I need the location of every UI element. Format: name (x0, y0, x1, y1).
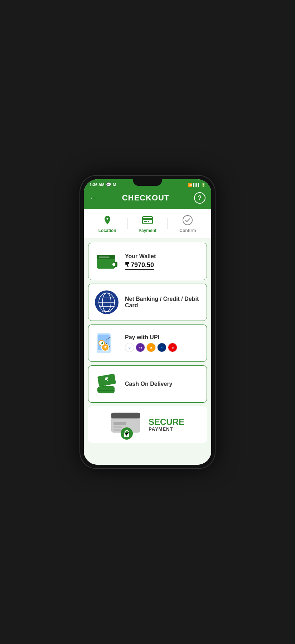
payment-label: PAYMENT (149, 426, 184, 432)
wallet-info: Your Wallet ₹ 7970.50 (125, 253, 201, 270)
wallet-amount: ₹ 7970.50 (125, 261, 154, 270)
cod-info: Cash On Delivery (125, 381, 201, 387)
checkout-header: ← CHECKOUT ? (84, 189, 211, 209)
svg-rect-29 (113, 422, 126, 425)
payment-step-label: Payment (139, 228, 156, 233)
battery-icon: 🔋 (201, 183, 205, 187)
confirm-step-label: Confirm (179, 228, 196, 233)
svg-rect-3 (148, 221, 149, 222)
svg-rect-0 (142, 217, 153, 224)
status-left: 1:36 AM 💬 M (90, 182, 116, 187)
step-payment[interactable]: Payment (127, 214, 167, 233)
amazon-logo: a (146, 343, 156, 352)
svg-rect-7 (99, 257, 110, 258)
netbanking-name: Net Banking / Credit / Debit Card (125, 296, 201, 309)
wallet-payment-option[interactable]: Your Wallet ₹ 7970.50 (88, 243, 207, 280)
svg-point-4 (183, 216, 192, 225)
steps-bar: Location Payment (84, 209, 211, 238)
svg-rect-1 (142, 218, 153, 220)
svg-text:₹: ₹ (104, 345, 107, 350)
paytm-logo: P (157, 343, 166, 352)
help-button[interactable]: ? (194, 192, 205, 204)
upi-logo-row: G Pe a P 🎯 (125, 343, 201, 352)
gpay-logo: G (125, 343, 134, 352)
upi-info: Pay with UPI G Pe a P 🎯 (125, 334, 201, 352)
netbanking-info: Net Banking / Credit / Debit Card (125, 296, 201, 309)
step-location[interactable]: Location (87, 214, 127, 233)
upi-name: Pay with UPI (125, 334, 201, 341)
confirm-step-icon (181, 214, 194, 227)
phone-shell: 1:36 AM 💬 M 📶 ▌▌▌ 🔋 ← CHECKOUT ? (79, 175, 216, 469)
svg-text:Gateway: Gateway (103, 313, 110, 314)
netbanking-icon-container: Payment Gateway (94, 290, 119, 315)
secure-text: SECURE PAYMENT (149, 418, 184, 432)
secure-card-graphic (111, 412, 143, 437)
cod-name: Cash On Delivery (125, 381, 201, 387)
netbanking-payment-option[interactable]: Payment Gateway Net Banking / Credit / D… (88, 284, 207, 321)
signal-icon: ▌▌▌ (193, 183, 200, 186)
status-right: 📶 ▌▌▌ 🔋 (188, 183, 205, 187)
airtel-logo: 🎯 (168, 343, 177, 352)
wifi-icon: 📶 (188, 183, 192, 187)
upi-payment-option[interactable]: ₹ Pay with UPI G Pe a P 🎯 (88, 325, 207, 362)
wallet-icon-container (94, 249, 119, 274)
location-step-label: Location (98, 228, 116, 233)
step-confirm[interactable]: Confirm (168, 214, 208, 233)
secure-payment-section: SECURE PAYMENT (88, 406, 207, 443)
svg-rect-28 (111, 413, 140, 418)
lock-icon (120, 427, 133, 441)
time-display: 1:36 AM (90, 183, 105, 187)
back-button[interactable]: ← (90, 193, 97, 203)
notch (133, 179, 162, 186)
phonepe-logo: Pe (136, 343, 145, 352)
secure-label: SECURE (149, 418, 184, 426)
chat-icon: 💬 (106, 182, 111, 187)
cod-payment-option[interactable]: ₹ Cash On Delivery (88, 365, 207, 403)
location-step-icon (101, 214, 114, 227)
svg-rect-2 (144, 221, 147, 222)
payment-content: Your Wallet ₹ 7970.50 Payment Gateway (84, 238, 211, 465)
status-bar: 1:36 AM 💬 M 📶 ▌▌▌ 🔋 (84, 179, 211, 189)
svg-point-8 (112, 263, 116, 266)
wallet-name: Your Wallet (125, 253, 201, 260)
svg-text:Payment: Payment (102, 311, 111, 313)
payment-step-icon (141, 214, 154, 227)
phone-screen: 1:36 AM 💬 M 📶 ▌▌▌ 🔋 ← CHECKOUT ? (84, 179, 211, 465)
page-title: CHECKOUT (122, 193, 170, 203)
upi-icon-container: ₹ (94, 331, 119, 356)
email-icon: M (113, 182, 116, 187)
svg-rect-31 (113, 429, 121, 431)
cod-icon-container: ₹ (94, 371, 119, 397)
